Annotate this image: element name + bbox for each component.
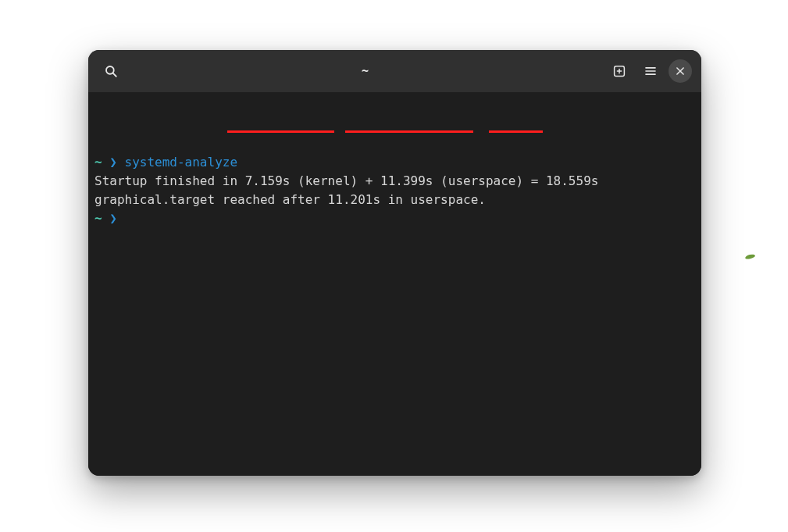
terminal-line: Startup finished in 7.159s (kernel) + 11… [94, 172, 695, 191]
terminal-text-segment: ❯ [109, 211, 117, 226]
terminal-text-segment: Startup finished in 7.159s (kernel) + 11… [94, 173, 598, 188]
new-tab-icon [612, 64, 626, 78]
terminal-line: graphical.target reached after 11.201s i… [94, 191, 695, 209]
terminal-text-segment: systemd-analyze [125, 155, 238, 170]
new-tab-button[interactable] [606, 58, 633, 84]
stray-leaf-mark [745, 255, 756, 261]
titlebar-right-group [606, 58, 692, 84]
hamburger-menu-icon [644, 64, 658, 78]
search-icon [104, 64, 118, 78]
titlebar: ~ [88, 50, 701, 92]
window-title: ~ [130, 64, 600, 78]
terminal-body[interactable]: ~ ❯ systemd-analyzeStartup finished in 7… [88, 92, 701, 476]
close-icon [675, 66, 686, 77]
kernel-time-underline [227, 130, 334, 133]
terminal-text-segment: ~ [94, 211, 109, 226]
terminal-window: ~ [88, 50, 701, 476]
userspace-time-underline [345, 130, 473, 133]
terminal-line: ~ ❯ systemd-analyze [94, 153, 695, 172]
terminal-text-segment: ❯ [109, 155, 124, 170]
svg-line-1 [112, 73, 116, 76]
search-button[interactable] [98, 58, 124, 84]
terminal-text-segment: ~ [94, 155, 109, 170]
total-time-underline [489, 130, 543, 133]
terminal-line: ~ ❯ [94, 209, 695, 228]
close-button[interactable] [669, 59, 692, 83]
titlebar-left-group [98, 58, 124, 84]
menu-button[interactable] [637, 58, 664, 84]
terminal-text-segment: graphical.target reached after 11.201s i… [94, 192, 486, 207]
